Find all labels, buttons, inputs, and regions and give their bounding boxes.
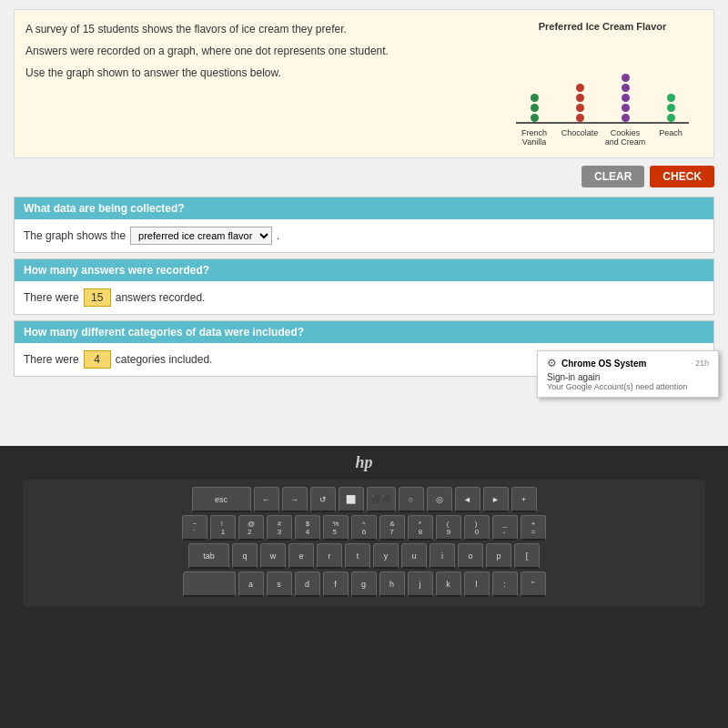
key-back[interactable]: ← xyxy=(254,487,279,512)
question-1: What data are being collected? The graph… xyxy=(14,197,714,253)
key-fullscreen[interactable]: ⬜ xyxy=(339,487,364,512)
key-a[interactable]: a xyxy=(238,571,264,597)
key-k[interactable]: k xyxy=(436,571,461,597)
key-esc[interactable]: esc xyxy=(192,487,251,512)
key-l[interactable]: l xyxy=(464,571,490,597)
key-o[interactable]: o xyxy=(458,543,483,569)
problem-line1: A survey of 15 students shows the flavor… xyxy=(25,21,493,37)
label-chocolate: Chocolate xyxy=(560,128,601,147)
key-3[interactable]: #3 xyxy=(267,515,292,541)
key-tilde[interactable]: ~` xyxy=(182,515,207,541)
key-s[interactable]: s xyxy=(267,571,292,597)
key-brightness-up[interactable]: ◎ xyxy=(427,487,452,512)
chocolate-column xyxy=(560,84,601,122)
dots-area xyxy=(511,74,693,122)
key-7[interactable]: &7 xyxy=(379,515,405,541)
key-minus[interactable]: _- xyxy=(492,515,518,541)
dot xyxy=(667,104,675,112)
axis-labels: FrenchVanilla Chocolate Cookiesand Cream… xyxy=(511,128,693,147)
dot xyxy=(576,104,584,112)
key-tab[interactable]: tab xyxy=(188,543,229,569)
key-semicolon[interactable]: : xyxy=(492,571,518,597)
key-bracket-open[interactable]: [ xyxy=(514,543,540,569)
laptop-bottom: hp esc ← → ↺ ⬜ ⬛⬛ ○ ◎ ◄ ► + ~` !1 @2 #3 … xyxy=(0,446,728,728)
check-button[interactable]: CHECK xyxy=(650,166,714,187)
key-plus[interactable]: += xyxy=(521,515,546,541)
dot xyxy=(667,114,675,122)
notification-popup[interactable]: ⚙ Chrome OS System · 21h Sign-in again Y… xyxy=(537,350,719,398)
key-y[interactable]: y xyxy=(373,543,399,569)
key-0[interactable]: )0 xyxy=(464,515,490,541)
problem-section: A survey of 15 students shows the flavor… xyxy=(14,9,714,158)
question-2-prefix: There were xyxy=(24,291,79,304)
key-g[interactable]: g xyxy=(351,571,377,597)
key-8[interactable]: *8 xyxy=(408,515,433,541)
key-windows[interactable]: ⬛⬛ xyxy=(367,487,396,512)
key-2[interactable]: @2 xyxy=(238,515,264,541)
dot-plot: FrenchVanilla Chocolate Cookiesand Cream… xyxy=(511,37,693,147)
key-5[interactable]: %5 xyxy=(323,515,349,541)
notification-header: ⚙ Chrome OS System · 21h xyxy=(547,357,709,369)
label-peach: Peach xyxy=(651,128,692,147)
dot xyxy=(531,104,539,112)
key-t[interactable]: t xyxy=(345,543,370,569)
dot xyxy=(531,114,539,122)
key-caps[interactable] xyxy=(183,571,236,597)
key-4[interactable]: $4 xyxy=(295,515,320,541)
question-2-suffix: answers recorded. xyxy=(116,291,206,304)
key-9[interactable]: (9 xyxy=(436,515,461,541)
key-row-fn: esc ← → ↺ ⬜ ⬛⬛ ○ ◎ ◄ ► + xyxy=(30,487,698,512)
question-2: How many answers were recorded? There we… xyxy=(14,258,714,315)
key-forward[interactable]: → xyxy=(282,487,308,512)
notification-title: Chrome OS System xyxy=(561,359,686,369)
key-6[interactable]: ^6 xyxy=(351,515,377,541)
key-refresh[interactable]: ↺ xyxy=(310,487,336,512)
question-3-header: How many different categories of data we… xyxy=(15,321,713,343)
dot xyxy=(622,94,630,102)
cookies-column xyxy=(605,74,646,122)
key-e[interactable]: e xyxy=(288,543,314,569)
dot xyxy=(622,104,630,112)
dot xyxy=(576,84,584,92)
notification-line1: Sign-in again xyxy=(547,372,709,382)
key-u[interactable]: u xyxy=(401,543,427,569)
key-f[interactable]: f xyxy=(323,571,349,597)
key-p[interactable]: p xyxy=(486,543,511,569)
dot xyxy=(576,94,584,102)
axis-line xyxy=(516,122,689,124)
french-vanilla-column xyxy=(514,94,555,122)
peach-column xyxy=(651,94,692,122)
key-h[interactable]: h xyxy=(379,571,405,597)
dot xyxy=(622,114,630,122)
label-cookies: Cookiesand Cream xyxy=(605,128,646,147)
question-1-suffix: . xyxy=(277,229,279,242)
key-vol-down[interactable]: ◄ xyxy=(455,487,480,512)
key-vol-up[interactable]: ► xyxy=(483,487,509,512)
problem-text: A survey of 15 students shows the flavor… xyxy=(25,21,493,147)
key-q[interactable]: q xyxy=(232,543,258,569)
key-w[interactable]: w xyxy=(260,543,286,569)
problem-line3: Use the graph shown to answer the questi… xyxy=(25,65,493,81)
key-d[interactable]: d xyxy=(295,571,320,597)
key-quote[interactable]: " xyxy=(521,571,546,597)
key-mute[interactable]: + xyxy=(511,487,537,512)
question-3-answer: 4 xyxy=(84,350,111,369)
question-1-select[interactable]: preferred ice cream flavor xyxy=(130,227,272,245)
clear-button[interactable]: CLEAR xyxy=(581,166,644,187)
key-1[interactable]: !1 xyxy=(210,515,236,541)
chart-container: Preferred Ice Cream Flavor xyxy=(502,21,703,147)
dot xyxy=(622,84,630,92)
key-brightness-down[interactable]: ○ xyxy=(399,487,424,512)
key-row-numbers: ~` !1 @2 #3 $4 %5 ^6 &7 *8 (9 )0 _- += xyxy=(30,515,698,541)
question-3-prefix: There were xyxy=(24,353,79,366)
button-row: CLEAR CHECK xyxy=(14,166,714,187)
key-j[interactable]: j xyxy=(408,571,433,597)
dot xyxy=(531,94,539,102)
key-row-asdf: a s d f g h j k l : " xyxy=(30,571,698,597)
hp-logo: hp xyxy=(355,453,372,472)
question-1-body: The graph shows the preferred ice cream … xyxy=(15,219,713,252)
key-i[interactable]: i xyxy=(430,543,455,569)
problem-line2: Answers were recorded on a graph, where … xyxy=(25,43,493,59)
key-r[interactable]: r xyxy=(317,543,342,569)
notification-time: · 21h xyxy=(691,359,709,368)
